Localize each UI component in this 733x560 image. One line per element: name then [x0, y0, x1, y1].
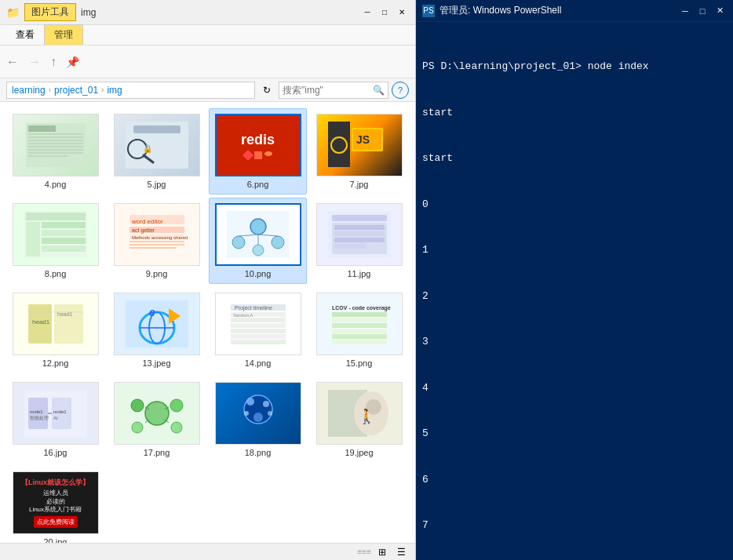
svg-rect-51 [334, 238, 385, 242]
ribbon-tabs: 查看 管理 [0, 25, 415, 45]
svg-rect-77 [332, 312, 387, 317]
ps-content[interactable]: PS D:\learning\project_01> node index st… [416, 22, 733, 560]
ribbon: 查看 管理 ← → ↑ 📌 [0, 25, 415, 78]
svg-point-105 [253, 413, 263, 422]
tab-manage[interactable]: 管理 [44, 24, 83, 45]
svg-point-104 [263, 401, 269, 407]
close-button[interactable]: ✕ [395, 5, 409, 20]
svg-text:LCOV - code coverage report: LCOV - code coverage report [332, 305, 391, 311]
svg-rect-71 [231, 323, 286, 328]
svg-point-107 [268, 411, 272, 416]
svg-rect-49 [334, 225, 385, 230]
file-item-5[interactable]: 🔒 5.jpg [108, 108, 206, 195]
scroll-indicator: ≡≡≡ [357, 547, 371, 556]
svg-text:Section A: Section A [233, 313, 253, 318]
file-item-12[interactable]: head1 head1 12.png [6, 287, 104, 373]
file-thumb-13: e [114, 293, 200, 355]
ad-banner: 【Linux就该怎么学】 运维人员必读的Linux系统入门书籍 点此免费阅读 [13, 471, 98, 534]
ps-maximize-button[interactable]: □ [695, 4, 709, 18]
breadcrumb-learning[interactable]: learning [12, 85, 46, 96]
file-item-8[interactable]: 8.png [6, 198, 104, 284]
svg-rect-50 [334, 231, 385, 236]
svg-text:act getter: act getter [132, 227, 155, 234]
file-grid-container[interactable]: 4.png 🔒 5.jpg redis [0, 102, 415, 543]
file-thumb-8 [13, 203, 99, 266]
svg-point-95 [132, 422, 143, 433]
help-button[interactable]: ? [392, 82, 409, 99]
svg-rect-81 [332, 334, 387, 339]
ps-line-6: 3 [422, 334, 727, 350]
file-item-16[interactable]: node1 node1 智能处理 AI 16.jpg [6, 376, 104, 463]
svg-point-39 [250, 219, 266, 235]
file-item-10[interactable]: 10.png [209, 198, 307, 284]
file-item-20[interactable]: 【Linux就该怎么学】 运维人员必读的Linux系统入门书籍 点此免费阅读 2… [6, 466, 104, 543]
ribbon-up-icon[interactable]: ↑ [50, 55, 57, 69]
powershell-panel: PS 管理员: Windows PowerShell ─ □ ✕ PS D:\l… [416, 0, 733, 560]
view-grid-button[interactable]: ⊞ [374, 546, 390, 558]
file-name-18: 18.png [245, 448, 272, 457]
ps-close-button[interactable]: ✕ [713, 4, 727, 18]
folder-icon: 📁 [6, 6, 20, 19]
svg-rect-82 [332, 340, 387, 344]
window-title: img [81, 7, 96, 18]
file-thumb-16: node1 node1 智能处理 AI [13, 382, 99, 445]
file-item-19[interactable]: 🚶 19.jpeg [310, 376, 408, 463]
svg-rect-47 [332, 215, 387, 221]
file-item-13[interactable]: e 13.jpeg [108, 287, 206, 373]
svg-rect-74 [231, 340, 286, 344]
file-item-11[interactable]: 11.jpg [310, 198, 408, 284]
file-item-4[interactable]: 4.png [6, 108, 104, 195]
ps-title-controls: ─ □ ✕ [678, 4, 727, 18]
svg-rect-6 [28, 146, 83, 147]
ribbon-pin-icon[interactable]: 📌 [66, 56, 79, 68]
minimize-button[interactable]: ─ [360, 5, 374, 20]
maximize-button[interactable]: □ [377, 5, 392, 20]
ps-minimize-button[interactable]: ─ [678, 4, 692, 18]
file-item-15[interactable]: LCOV - code coverage report 15.png [310, 287, 408, 373]
svg-rect-5 [28, 143, 83, 144]
file-item-18[interactable]: 18.png [209, 376, 307, 463]
file-thumb-18 [215, 382, 301, 445]
svg-point-96 [171, 422, 182, 433]
svg-text:🔒: 🔒 [143, 144, 153, 154]
tab-view[interactable]: 查看 [6, 25, 44, 45]
breadcrumb-img[interactable]: img [107, 85, 122, 96]
breadcrumb[interactable]: learning › project_01 › img [6, 82, 255, 99]
svg-rect-3 [28, 136, 83, 138]
file-name-17: 17.png [144, 448, 170, 457]
svg-text:🚶: 🚶 [358, 408, 376, 425]
file-item-7[interactable]: JS 7.jpg [310, 108, 408, 195]
file-name-9: 9.png [146, 269, 168, 278]
svg-rect-37 [129, 247, 177, 249]
breadcrumb-project01[interactable]: project_01 [54, 85, 98, 96]
ad-read-button[interactable]: 点此免费阅读 [34, 516, 78, 528]
file-thumb-4 [13, 114, 99, 176]
ps-line-4: 1 [422, 242, 727, 258]
view-list-button[interactable]: ☰ [393, 546, 409, 558]
ps-line-0: PS D:\learning\project_01> node index [422, 59, 727, 75]
search-button[interactable]: 🔍 [370, 82, 387, 99]
file-name-11: 11.jpg [348, 269, 371, 278]
refresh-button[interactable]: ↻ [258, 82, 275, 99]
svg-rect-1 [28, 125, 56, 132]
file-item-9[interactable]: word editor act getter Methods accessing… [108, 198, 206, 284]
file-name-4: 4.png [45, 180, 67, 189]
breadcrumb-sep-2: › [101, 85, 104, 94]
file-grid: 4.png 🔒 5.jpg redis [3, 105, 412, 543]
file-item-14[interactable]: Project timeline Section A 14.png [209, 287, 307, 373]
file-item-17[interactable]: 17.png [108, 376, 206, 463]
search-input[interactable] [279, 82, 370, 98]
svg-text:Project timeline: Project timeline [235, 305, 272, 311]
file-item-6[interactable]: redis 6.png [209, 108, 307, 195]
file-name-5: 5.jpg [148, 180, 166, 189]
svg-text:e: e [149, 306, 155, 318]
svg-text:head1: head1 [32, 318, 50, 325]
picture-tools-label: 图片工具 [24, 3, 76, 21]
file-thumb-14: Project timeline Section A [215, 293, 301, 355]
ps-title-text: 管理员: Windows PowerShell [439, 4, 673, 17]
svg-text:node1: node1 [30, 409, 43, 414]
ps-line-3: 0 [422, 197, 727, 213]
ribbon-forward-icon[interactable]: → [28, 55, 41, 69]
svg-text:AI: AI [53, 416, 58, 420]
ribbon-back-icon[interactable]: ← [6, 55, 19, 69]
